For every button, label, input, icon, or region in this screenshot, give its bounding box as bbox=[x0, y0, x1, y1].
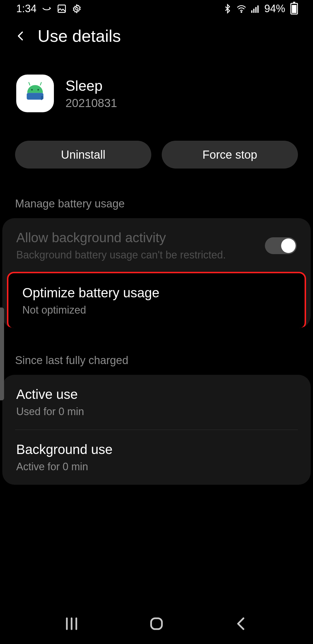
app-text: Sleep 20210831 bbox=[65, 77, 117, 110]
section-manage-battery: Manage battery usage bbox=[0, 171, 313, 218]
background-use-row[interactable]: Background use Active for 0 min bbox=[2, 430, 311, 485]
svg-line-10 bbox=[29, 82, 30, 85]
cell-signal-icon bbox=[250, 4, 260, 14]
amazon-icon bbox=[42, 4, 52, 14]
app-icon: β bbox=[16, 75, 54, 112]
background-use-title: Background use bbox=[16, 442, 291, 457]
toggle-knob bbox=[281, 238, 296, 253]
svg-rect-5 bbox=[255, 7, 256, 13]
svg-rect-6 bbox=[257, 6, 259, 13]
nav-back-button[interactable] bbox=[231, 614, 252, 634]
scroll-indicator bbox=[0, 307, 4, 400]
status-right: 94% bbox=[223, 3, 298, 15]
manage-battery-card: Allow background activity Background bat… bbox=[2, 218, 311, 328]
svg-rect-16 bbox=[151, 618, 162, 629]
usage-card: Active use Used for 0 min Background use… bbox=[2, 375, 311, 485]
allow-background-activity-sub: Background battery usage can't be restri… bbox=[16, 248, 259, 261]
allow-background-toggle[interactable] bbox=[265, 237, 297, 254]
svg-line-11 bbox=[40, 82, 41, 85]
allow-background-activity-title: Allow background activity bbox=[16, 230, 259, 245]
svg-point-1 bbox=[76, 8, 78, 10]
active-use-title: Active use bbox=[16, 386, 291, 402]
home-button[interactable] bbox=[146, 614, 167, 634]
allow-background-activity-row: Allow background activity Background bat… bbox=[2, 218, 311, 273]
battery-percentage: 94% bbox=[264, 3, 285, 15]
recents-button[interactable] bbox=[61, 614, 82, 634]
optimize-battery-title: Optimize battery usage bbox=[22, 285, 285, 301]
photo-icon bbox=[57, 4, 67, 14]
svg-point-8 bbox=[31, 89, 33, 91]
back-button[interactable] bbox=[15, 30, 27, 42]
active-use-row[interactable]: Active use Used for 0 min bbox=[2, 375, 311, 430]
bluetooth-icon bbox=[223, 4, 232, 14]
status-left: 1:34 bbox=[16, 3, 82, 15]
optimize-battery-sub: Not optimized bbox=[22, 303, 285, 316]
svg-rect-0 bbox=[58, 5, 65, 12]
navigation-bar bbox=[0, 603, 313, 644]
page-title: Use details bbox=[38, 26, 121, 46]
gear-icon bbox=[72, 4, 82, 14]
section-since-charged: Since last fully charged bbox=[0, 328, 313, 375]
status-clock: 1:34 bbox=[16, 3, 37, 15]
app-name: Sleep bbox=[65, 77, 117, 94]
svg-text:β: β bbox=[41, 95, 43, 100]
uninstall-button[interactable]: Uninstall bbox=[15, 141, 151, 169]
status-bar: 1:34 94% bbox=[0, 0, 313, 17]
button-row: Uninstall Force stop bbox=[0, 124, 313, 171]
active-use-sub: Used for 0 min bbox=[16, 405, 291, 418]
svg-rect-3 bbox=[251, 10, 252, 13]
background-use-sub: Active for 0 min bbox=[16, 460, 291, 473]
app-version: 20210831 bbox=[65, 97, 117, 110]
optimize-battery-usage-row[interactable]: Optimize battery usage Not optimized bbox=[7, 272, 306, 328]
app-info-row: β Sleep 20210831 bbox=[0, 48, 313, 124]
svg-rect-4 bbox=[253, 9, 254, 13]
svg-point-2 bbox=[241, 12, 242, 12]
wifi-icon bbox=[236, 4, 246, 14]
force-stop-button[interactable]: Force stop bbox=[162, 141, 298, 169]
page-header: Use details bbox=[0, 17, 313, 48]
battery-icon bbox=[290, 3, 298, 15]
svg-point-9 bbox=[37, 89, 39, 91]
